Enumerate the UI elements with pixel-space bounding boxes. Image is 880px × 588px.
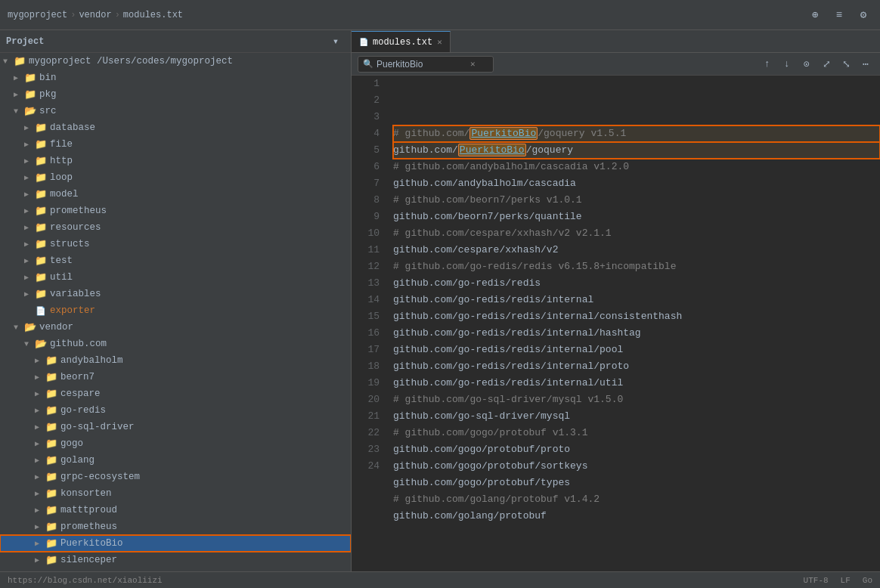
- tree-item-puerkitobio[interactable]: ▶📁PuerkitoBio: [0, 535, 351, 552]
- tab-label: modules.txt: [373, 37, 432, 48]
- language-label: Go: [863, 576, 872, 585]
- tree-item-github-com[interactable]: ▼📂github.com: [0, 336, 351, 352]
- more-icon[interactable]: ⋯: [857, 56, 874, 73]
- code-line-5: # github.com/beorn7/perks v1.0.1: [393, 192, 880, 209]
- code-line-16: github.com/go-redis/redis/internal/util: [393, 375, 880, 391]
- scroll-up-icon[interactable]: ↑: [759, 56, 776, 73]
- settings-icon[interactable]: ⚙: [854, 6, 872, 24]
- tree-item-file[interactable]: ▶📁file: [0, 136, 351, 153]
- code-line-17: # github.com/go-sql-driver/mysql v1.5.0: [393, 391, 880, 408]
- breadcrumb-project[interactable]: mygoproject: [8, 10, 67, 20]
- tree-icon: 📁: [45, 371, 57, 383]
- code-line-10: github.com/go-redis/redis: [393, 275, 880, 292]
- search-input[interactable]: [376, 59, 467, 70]
- code-line-4: github.com/andybalholm/cascadia: [393, 175, 880, 192]
- tree-item-variables[interactable]: ▶📁variables: [0, 286, 351, 302]
- file-tree[interactable]: ▼📁mygoproject /Users/codes/mygoproject▶📁…: [0, 53, 351, 571]
- tree-icon: 📁: [45, 521, 57, 533]
- main-layout: Project ▾ ▼📁mygoproject /Users/codes/myg…: [0, 30, 880, 571]
- tab-modules-txt[interactable]: 📄 modules.txt ✕: [352, 31, 451, 52]
- tree-item-test[interactable]: ▶📁test: [0, 252, 351, 269]
- sidebar-collapse-icon[interactable]: ▾: [327, 32, 345, 51]
- tree-icon: 📁: [35, 188, 47, 200]
- scroll-down-icon[interactable]: ↓: [779, 56, 795, 73]
- add-icon[interactable]: ⊕: [806, 6, 824, 24]
- code-line-24: github.com/golang/protobuf: [393, 508, 880, 525]
- tree-item-prometheus[interactable]: ▶📁prometheus: [0, 518, 351, 535]
- tree-label: gogo: [60, 438, 83, 449]
- tree-item-src[interactable]: ▼📂src: [0, 103, 351, 119]
- tree-item-structs[interactable]: ▶📁structs: [0, 236, 351, 252]
- tree-item-matttproud[interactable]: ▶📁matttproud: [0, 502, 351, 518]
- tree-item-resources[interactable]: ▶📁resources: [0, 219, 351, 236]
- tree-label: exporter: [50, 305, 95, 316]
- tree-label: PuerkitoBio: [60, 538, 123, 549]
- sidebar: Project ▾ ▼📁mygoproject /Users/codes/myg…: [0, 30, 352, 571]
- search-icon: 🔍: [363, 59, 373, 69]
- tab-close-button[interactable]: ✕: [437, 37, 442, 47]
- tree-icon: 📂: [24, 105, 36, 117]
- filter-icon[interactable]: ≡: [830, 6, 848, 24]
- breadcrumb-file[interactable]: modules.txt: [123, 10, 183, 20]
- search-box[interactable]: 🔍 ✕: [358, 56, 494, 73]
- tree-item-konsorten[interactable]: ▶📁konsorten: [0, 485, 351, 502]
- tree-item-vendor[interactable]: ▼📂vendor: [0, 319, 351, 336]
- tree-icon: 📁: [24, 88, 36, 101]
- tree-item-model[interactable]: ▶📁model: [0, 186, 351, 203]
- tree-icon: 📁: [45, 504, 57, 516]
- tree-icon: 📂: [24, 321, 36, 333]
- tree-label: github.com: [50, 339, 107, 349]
- code-content: # github.com/PuerkitoBio/goquery v1.5.1g…: [386, 76, 880, 571]
- status-url: https://blog.csdn.net/xiaoliizi: [8, 576, 163, 585]
- expand-icon[interactable]: ⤢: [818, 56, 835, 73]
- tree-item-silenceper[interactable]: ▶📁silenceper: [0, 552, 351, 568]
- tree-icon: 📁: [45, 388, 57, 400]
- tree-icon: 📁: [14, 55, 26, 67]
- tree-item-go-sql-driver[interactable]: ▶📁go-sql-driver: [0, 419, 351, 435]
- code-line-15: github.com/go-redis/redis/internal/proto: [393, 358, 880, 375]
- code-line-12: github.com/go-redis/redis/internal/consi…: [393, 308, 880, 325]
- tree-item-grpc-ecosystem[interactable]: ▶📁grpc-ecosystem: [0, 469, 351, 485]
- tree-item-http[interactable]: ▶📁http: [0, 153, 351, 169]
- tree-item-pkg[interactable]: ▶📁pkg: [0, 86, 351, 103]
- tree-icon: 📁: [45, 438, 57, 450]
- tree-label: matttproud: [60, 505, 117, 515]
- tree-item-exporter[interactable]: 📄exporter: [0, 302, 351, 319]
- tree-label: http: [50, 156, 73, 166]
- code-line-20: github.com/gogo/protobuf/proto: [393, 441, 880, 458]
- tree-item-prometheus[interactable]: ▶📁prometheus: [0, 203, 351, 219]
- tree-icon: 📁: [35, 271, 47, 283]
- tree-item-golang[interactable]: ▶📁golang: [0, 452, 351, 469]
- tree-item-go-redis[interactable]: ▶📁go-redis: [0, 402, 351, 419]
- tree-item-util[interactable]: ▶📁util: [0, 269, 351, 286]
- tree-item-loop[interactable]: ▶📁loop: [0, 169, 351, 186]
- tree-label: prometheus: [50, 206, 107, 216]
- code-line-13: github.com/go-redis/redis/internal/hasht…: [393, 325, 880, 342]
- tree-icon: 📄: [35, 305, 47, 317]
- tree-label: variables: [50, 289, 101, 299]
- code-line-18: github.com/go-sql-driver/mysql: [393, 408, 880, 425]
- tree-item-gogo[interactable]: ▶📁gogo: [0, 435, 351, 452]
- search-wrap-icon[interactable]: ⊙: [798, 56, 815, 73]
- tree-icon: 📁: [45, 354, 57, 367]
- tree-label: loop: [50, 172, 73, 183]
- tree-icon: 📁: [45, 554, 57, 566]
- code-line-21: github.com/gogo/protobuf/sortkeys: [393, 458, 880, 475]
- shrink-icon[interactable]: ⤡: [838, 56, 854, 73]
- tree-label: pkg: [39, 89, 57, 100]
- tree-label: structs: [50, 239, 90, 249]
- code-line-22: github.com/gogo/protobuf/types: [393, 475, 880, 491]
- code-editor[interactable]: 123456789101112131415161718192021222324 …: [352, 76, 880, 571]
- tree-item-mygoproject[interactable]: ▼📁mygoproject /Users/codes/mygoproject: [0, 53, 351, 70]
- breadcrumb-vendor[interactable]: vendor: [79, 10, 111, 20]
- code-line-14: github.com/go-redis/redis/internal/pool: [393, 342, 880, 358]
- tree-label: util: [50, 272, 73, 283]
- line-numbers: 123456789101112131415161718192021222324: [352, 76, 386, 571]
- search-close-icon[interactable]: ✕: [470, 59, 476, 69]
- tree-item-database[interactable]: ▶📁database: [0, 119, 351, 136]
- breadcrumb: mygoproject › vendor › modules.txt: [8, 10, 183, 20]
- tree-item-bin[interactable]: ▶📁bin: [0, 70, 351, 86]
- tree-item-beorn7[interactable]: ▶📁beorn7: [0, 369, 351, 385]
- tree-item-cespare[interactable]: ▶📁cespare: [0, 385, 351, 402]
- tree-item-andybalholm[interactable]: ▶📁andybalholm: [0, 352, 351, 369]
